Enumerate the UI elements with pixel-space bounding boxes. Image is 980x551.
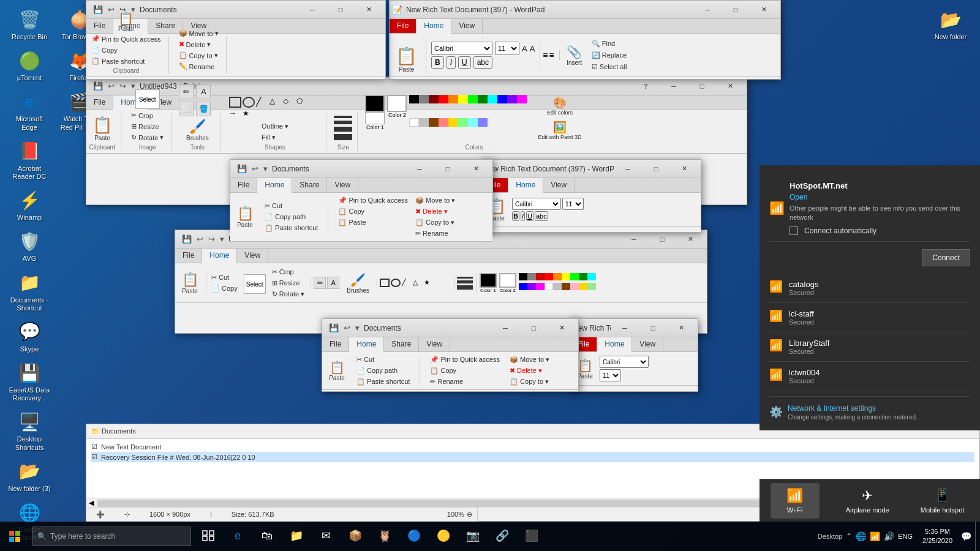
pal-silver[interactable] [419, 118, 429, 127]
star-p2[interactable]: ★ [424, 279, 434, 287]
move-to-fe3[interactable]: 📦 Move to ▾ [507, 354, 552, 365]
strike-wp2[interactable]: abc [535, 211, 548, 221]
insert-btn-wp1[interactable]: 📎 Insert [562, 43, 587, 67]
rotate-paint2[interactable]: ↻ Rotate ▾ [270, 289, 307, 299]
resize-paint2[interactable]: ⊞ Resize [270, 278, 307, 288]
redo-paint1[interactable]: ↪ [118, 80, 128, 92]
paste-shortcut-btn-fe1[interactable]: 📋 Paste shortcut [89, 56, 164, 66]
minimize-btn-wp3[interactable]: ─ [611, 319, 639, 337]
desktop-icon-easeus[interactable]: 💾 EaseUS Data Recovery... [5, 358, 54, 405]
wifi-hotspot-item[interactable]: 📶 HotSpot.MT.net Open Other people might… [769, 175, 970, 242]
pal-white[interactable] [409, 118, 419, 127]
rect-p2[interactable] [380, 279, 390, 287]
pencil-paint2[interactable]: ✏ [314, 277, 326, 289]
desktop-icon-winamp[interactable]: ⚡ Winamp [5, 186, 54, 224]
cut-fe2[interactable]: ✂ Cut [262, 201, 320, 211]
minimize-btn-fe2[interactable]: ─ [405, 160, 434, 178]
maximize-btn-paint1[interactable]: □ [688, 77, 716, 96]
text-paint2[interactable]: A [327, 277, 339, 289]
delete-fe3[interactable]: ✖ Delete ▾ [507, 365, 552, 376]
pin-quick-btn-fe1[interactable]: 📌 Pin to Quick access [89, 34, 164, 44]
pal-yellow[interactable] [458, 95, 468, 103]
underline-btn-wp1[interactable]: U [458, 56, 471, 69]
pin-quick-fe3[interactable]: 📌 Pin to Quick access [428, 354, 502, 365]
taskbar-search-box[interactable]: 🔍 Type here to search [32, 527, 191, 546]
taskbar-amazon[interactable]: 📦 [341, 522, 370, 551]
pal-lightblue[interactable] [478, 118, 488, 127]
find-btn-wp1[interactable]: 🔍 Find [589, 39, 630, 49]
bold-wp2[interactable]: B [512, 211, 519, 221]
paste-btn-wp1[interactable]: 📋 Paste [392, 45, 421, 74]
tab-view-wp1[interactable]: View [451, 19, 483, 33]
save-btn-fe1[interactable]: 💾 [91, 4, 105, 15]
copy-fe2[interactable]: 📋 Copy [336, 206, 410, 217]
wifi-bottom-wifi[interactable]: 📶 Wi-Fi [771, 483, 820, 519]
minimize-btn-wp2[interactable]: ─ [614, 160, 642, 178]
taskbar-edge[interactable]: e [223, 522, 252, 551]
color2-p2[interactable] [499, 273, 516, 288]
replace-btn-wp1[interactable]: 🔄 Replace [589, 50, 630, 61]
text-tool[interactable]: A [196, 84, 211, 99]
outline-btn-paint1[interactable]: Outline ▾ [259, 121, 291, 132]
pin-quick-fe2[interactable]: 📌 Pin to Quick access [336, 195, 410, 206]
taskbar-store[interactable]: 🛍 [252, 522, 282, 551]
desktop-icon-new-folder-right[interactable]: 📂 New folder [926, 5, 975, 43]
close-btn-paint1[interactable]: ✕ [716, 77, 744, 96]
desktop-icon-desktop-shortcuts[interactable]: 🖥️ Desktop Shortcuts [5, 407, 54, 454]
pal-pink[interactable] [439, 118, 448, 127]
pal-orange[interactable] [448, 95, 458, 103]
paste-fe3[interactable]: 📋 Paste [325, 359, 349, 383]
taskbar-app11[interactable]: ⬛ [517, 522, 546, 551]
copy-btn-fe1[interactable]: 📄 Copy [89, 45, 164, 55]
delete-fe2[interactable]: ✖ Delete ▾ [413, 206, 458, 217]
tab-view-wp2[interactable]: View [543, 178, 575, 192]
paste-paint2[interactable]: 📋 Paste [178, 271, 202, 296]
rename-fe3[interactable]: ✏ Rename [428, 377, 502, 387]
notification-center[interactable]: 💬 [957, 531, 975, 541]
copy-to-fe2[interactable]: 📋 Copy to ▾ [413, 217, 458, 228]
desktop-icon-recycle-bin[interactable]: 🗑️ Recycle Bin [5, 5, 54, 43]
taskbar-app10[interactable]: 🔗 [488, 522, 517, 551]
wifi-tray-icon[interactable]: 📶 [870, 531, 880, 541]
list-item-2[interactable]: ☑ Recovery Session File # Wed, 08-Jun-20… [91, 452, 974, 462]
tab-file-fe3[interactable]: File [322, 337, 349, 351]
taskbar-camera[interactable]: 📷 [458, 522, 488, 551]
hotspot-tray-icon[interactable]: 🌐 [856, 531, 866, 541]
copy-path-fe2[interactable]: 📄 Copy path [262, 212, 320, 222]
pal-gold[interactable] [448, 118, 458, 127]
tray-clock[interactable]: 5:36 PM 2/25/2020 [918, 527, 957, 546]
font-select-wp2[interactable]: Calibri [512, 198, 561, 210]
fontsize-select-wp1[interactable]: 11 [495, 42, 519, 55]
line-shape[interactable]: ╱ [256, 97, 268, 108]
tab-view-fe3[interactable]: View [419, 337, 450, 351]
pal-cyan[interactable] [488, 95, 497, 103]
scroll-left[interactable]: ◀ [86, 499, 96, 507]
copy-paint2[interactable]: 📄 Copy [209, 283, 240, 294]
close-btn-wp2[interactable]: ✕ [670, 160, 698, 178]
pentagon-shape[interactable]: ⬠ [296, 97, 309, 108]
tab-share-fe2[interactable]: Share [292, 178, 327, 192]
list-icon-wp1[interactable]: ≡ [543, 50, 548, 60]
speaker-tray-icon[interactable]: 🔊 [884, 531, 894, 541]
pal-green[interactable] [468, 95, 478, 103]
wifi-librarystaff-item[interactable]: 📶 LibraryStaff Secured [769, 332, 970, 362]
wifi-catalogs-item[interactable]: 📶 catalogs Secured [769, 274, 970, 303]
taskbar-app7[interactable]: 🔵 [399, 522, 429, 551]
copy-path-fe3[interactable]: 📄 Copy path [354, 365, 412, 376]
color1-p2[interactable] [480, 273, 497, 288]
diamond-shape[interactable]: ◇ [283, 97, 295, 108]
num-list-icon-wp1[interactable]: ≡ [549, 50, 554, 60]
rect-shape[interactable] [229, 97, 241, 108]
tab-home-wp1[interactable]: Home [417, 19, 451, 34]
close-btn-fe2[interactable]: ✕ [462, 160, 490, 178]
pal-lightcyan[interactable] [468, 118, 478, 127]
wifi-bottom-hotspot[interactable]: 📱 Mobile hotspot [916, 483, 970, 519]
line-p2[interactable]: ╱ [402, 279, 412, 287]
maximize-btn-fe2[interactable]: □ [434, 160, 462, 178]
tab-file-paint1[interactable]: File [86, 96, 113, 110]
copy-fe3[interactable]: 📋 Copy [428, 365, 502, 376]
desktop-icon-edge[interactable]: e Microsoft Edge [5, 87, 54, 133]
tab-home-fe2[interactable]: Home [257, 178, 292, 193]
help-btn-paint1[interactable]: ? [631, 77, 660, 96]
desktop-icon-skype[interactable]: 💬 Skype [5, 317, 54, 356]
